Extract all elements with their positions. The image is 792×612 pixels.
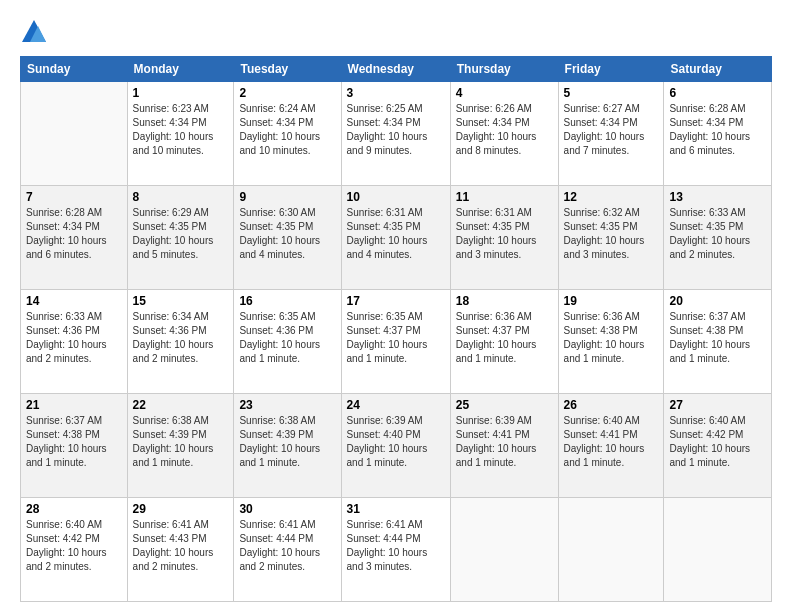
day-info: Sunrise: 6:26 AM Sunset: 4:34 PM Dayligh…: [456, 102, 553, 158]
calendar-day-cell: 12Sunrise: 6:32 AM Sunset: 4:35 PM Dayli…: [558, 186, 664, 290]
calendar-day-cell: 2Sunrise: 6:24 AM Sunset: 4:34 PM Daylig…: [234, 82, 341, 186]
calendar-day-cell: 8Sunrise: 6:29 AM Sunset: 4:35 PM Daylig…: [127, 186, 234, 290]
day-info: Sunrise: 6:24 AM Sunset: 4:34 PM Dayligh…: [239, 102, 335, 158]
day-number: 12: [564, 190, 659, 204]
calendar-day-cell: 19Sunrise: 6:36 AM Sunset: 4:38 PM Dayli…: [558, 290, 664, 394]
day-info: Sunrise: 6:35 AM Sunset: 4:36 PM Dayligh…: [239, 310, 335, 366]
calendar-day-cell: 20Sunrise: 6:37 AM Sunset: 4:38 PM Dayli…: [664, 290, 772, 394]
day-number: 16: [239, 294, 335, 308]
calendar-day-cell: 7Sunrise: 6:28 AM Sunset: 4:34 PM Daylig…: [21, 186, 128, 290]
weekday-header-cell: Saturday: [664, 57, 772, 82]
calendar-day-cell: 24Sunrise: 6:39 AM Sunset: 4:40 PM Dayli…: [341, 394, 450, 498]
calendar-day-cell: [450, 498, 558, 602]
calendar-day-cell: 28Sunrise: 6:40 AM Sunset: 4:42 PM Dayli…: [21, 498, 128, 602]
day-number: 2: [239, 86, 335, 100]
day-info: Sunrise: 6:41 AM Sunset: 4:44 PM Dayligh…: [347, 518, 445, 574]
calendar-day-cell: 5Sunrise: 6:27 AM Sunset: 4:34 PM Daylig…: [558, 82, 664, 186]
calendar-day-cell: 15Sunrise: 6:34 AM Sunset: 4:36 PM Dayli…: [127, 290, 234, 394]
calendar-day-cell: 6Sunrise: 6:28 AM Sunset: 4:34 PM Daylig…: [664, 82, 772, 186]
weekday-header: SundayMondayTuesdayWednesdayThursdayFrid…: [21, 57, 772, 82]
day-number: 18: [456, 294, 553, 308]
calendar-day-cell: 9Sunrise: 6:30 AM Sunset: 4:35 PM Daylig…: [234, 186, 341, 290]
day-number: 3: [347, 86, 445, 100]
day-number: 26: [564, 398, 659, 412]
weekday-header-cell: Monday: [127, 57, 234, 82]
calendar-day-cell: [664, 498, 772, 602]
calendar-day-cell: 17Sunrise: 6:35 AM Sunset: 4:37 PM Dayli…: [341, 290, 450, 394]
calendar-day-cell: 10Sunrise: 6:31 AM Sunset: 4:35 PM Dayli…: [341, 186, 450, 290]
calendar-day-cell: 30Sunrise: 6:41 AM Sunset: 4:44 PM Dayli…: [234, 498, 341, 602]
calendar-day-cell: 22Sunrise: 6:38 AM Sunset: 4:39 PM Dayli…: [127, 394, 234, 498]
day-info: Sunrise: 6:31 AM Sunset: 4:35 PM Dayligh…: [456, 206, 553, 262]
calendar-day-cell: 14Sunrise: 6:33 AM Sunset: 4:36 PM Dayli…: [21, 290, 128, 394]
day-number: 19: [564, 294, 659, 308]
day-number: 7: [26, 190, 122, 204]
day-number: 27: [669, 398, 766, 412]
calendar-day-cell: 26Sunrise: 6:40 AM Sunset: 4:41 PM Dayli…: [558, 394, 664, 498]
day-number: 6: [669, 86, 766, 100]
day-info: Sunrise: 6:35 AM Sunset: 4:37 PM Dayligh…: [347, 310, 445, 366]
day-number: 11: [456, 190, 553, 204]
day-number: 22: [133, 398, 229, 412]
calendar-day-cell: [21, 82, 128, 186]
day-number: 31: [347, 502, 445, 516]
weekday-header-cell: Sunday: [21, 57, 128, 82]
calendar-week-row: 14Sunrise: 6:33 AM Sunset: 4:36 PM Dayli…: [21, 290, 772, 394]
day-number: 4: [456, 86, 553, 100]
day-info: Sunrise: 6:31 AM Sunset: 4:35 PM Dayligh…: [347, 206, 445, 262]
day-info: Sunrise: 6:40 AM Sunset: 4:42 PM Dayligh…: [26, 518, 122, 574]
calendar-day-cell: 31Sunrise: 6:41 AM Sunset: 4:44 PM Dayli…: [341, 498, 450, 602]
calendar-day-cell: 11Sunrise: 6:31 AM Sunset: 4:35 PM Dayli…: [450, 186, 558, 290]
day-number: 10: [347, 190, 445, 204]
day-info: Sunrise: 6:25 AM Sunset: 4:34 PM Dayligh…: [347, 102, 445, 158]
day-number: 25: [456, 398, 553, 412]
logo-icon: [20, 18, 48, 46]
calendar-week-row: 21Sunrise: 6:37 AM Sunset: 4:38 PM Dayli…: [21, 394, 772, 498]
day-number: 24: [347, 398, 445, 412]
day-info: Sunrise: 6:39 AM Sunset: 4:41 PM Dayligh…: [456, 414, 553, 470]
day-number: 29: [133, 502, 229, 516]
day-info: Sunrise: 6:27 AM Sunset: 4:34 PM Dayligh…: [564, 102, 659, 158]
day-number: 17: [347, 294, 445, 308]
day-number: 28: [26, 502, 122, 516]
calendar-body: 1Sunrise: 6:23 AM Sunset: 4:34 PM Daylig…: [21, 82, 772, 602]
day-info: Sunrise: 6:34 AM Sunset: 4:36 PM Dayligh…: [133, 310, 229, 366]
day-info: Sunrise: 6:36 AM Sunset: 4:38 PM Dayligh…: [564, 310, 659, 366]
day-info: Sunrise: 6:40 AM Sunset: 4:41 PM Dayligh…: [564, 414, 659, 470]
day-info: Sunrise: 6:41 AM Sunset: 4:43 PM Dayligh…: [133, 518, 229, 574]
day-number: 14: [26, 294, 122, 308]
day-info: Sunrise: 6:41 AM Sunset: 4:44 PM Dayligh…: [239, 518, 335, 574]
day-info: Sunrise: 6:29 AM Sunset: 4:35 PM Dayligh…: [133, 206, 229, 262]
day-info: Sunrise: 6:36 AM Sunset: 4:37 PM Dayligh…: [456, 310, 553, 366]
day-number: 9: [239, 190, 335, 204]
day-number: 1: [133, 86, 229, 100]
calendar-week-row: 1Sunrise: 6:23 AM Sunset: 4:34 PM Daylig…: [21, 82, 772, 186]
calendar-day-cell: [558, 498, 664, 602]
day-info: Sunrise: 6:28 AM Sunset: 4:34 PM Dayligh…: [669, 102, 766, 158]
day-number: 5: [564, 86, 659, 100]
calendar-day-cell: 21Sunrise: 6:37 AM Sunset: 4:38 PM Dayli…: [21, 394, 128, 498]
header: [20, 18, 772, 46]
day-info: Sunrise: 6:37 AM Sunset: 4:38 PM Dayligh…: [26, 414, 122, 470]
calendar-week-row: 7Sunrise: 6:28 AM Sunset: 4:34 PM Daylig…: [21, 186, 772, 290]
calendar-week-row: 28Sunrise: 6:40 AM Sunset: 4:42 PM Dayli…: [21, 498, 772, 602]
day-number: 30: [239, 502, 335, 516]
calendar-day-cell: 4Sunrise: 6:26 AM Sunset: 4:34 PM Daylig…: [450, 82, 558, 186]
calendar-day-cell: 18Sunrise: 6:36 AM Sunset: 4:37 PM Dayli…: [450, 290, 558, 394]
page: SundayMondayTuesdayWednesdayThursdayFrid…: [0, 0, 792, 612]
weekday-header-cell: Tuesday: [234, 57, 341, 82]
day-info: Sunrise: 6:30 AM Sunset: 4:35 PM Dayligh…: [239, 206, 335, 262]
weekday-header-cell: Wednesday: [341, 57, 450, 82]
day-info: Sunrise: 6:32 AM Sunset: 4:35 PM Dayligh…: [564, 206, 659, 262]
calendar: SundayMondayTuesdayWednesdayThursdayFrid…: [20, 56, 772, 602]
day-number: 15: [133, 294, 229, 308]
day-info: Sunrise: 6:23 AM Sunset: 4:34 PM Dayligh…: [133, 102, 229, 158]
day-number: 8: [133, 190, 229, 204]
calendar-day-cell: 16Sunrise: 6:35 AM Sunset: 4:36 PM Dayli…: [234, 290, 341, 394]
calendar-day-cell: 29Sunrise: 6:41 AM Sunset: 4:43 PM Dayli…: [127, 498, 234, 602]
weekday-header-cell: Thursday: [450, 57, 558, 82]
day-info: Sunrise: 6:37 AM Sunset: 4:38 PM Dayligh…: [669, 310, 766, 366]
day-number: 20: [669, 294, 766, 308]
day-info: Sunrise: 6:40 AM Sunset: 4:42 PM Dayligh…: [669, 414, 766, 470]
calendar-day-cell: 25Sunrise: 6:39 AM Sunset: 4:41 PM Dayli…: [450, 394, 558, 498]
